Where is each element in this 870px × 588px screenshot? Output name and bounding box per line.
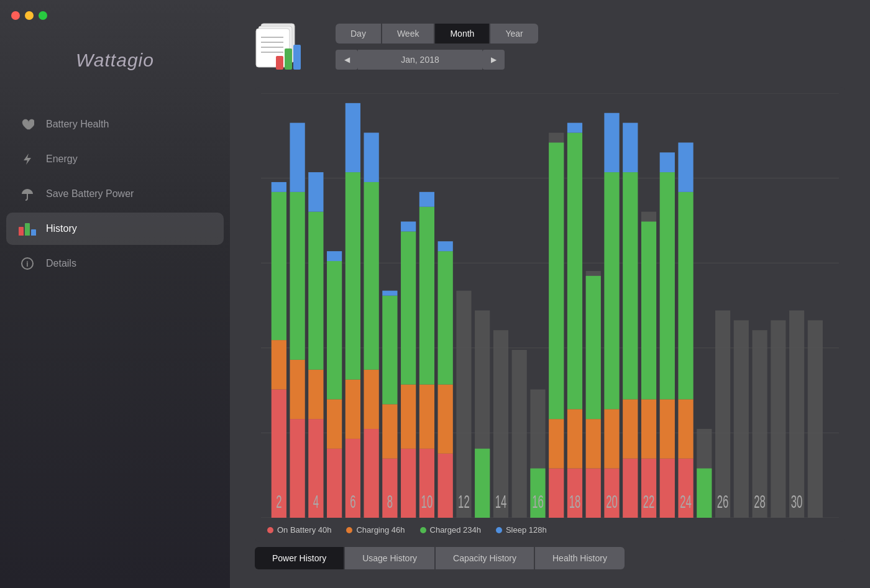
svg-rect-85 (567, 123, 582, 133)
svg-rect-94 (604, 113, 619, 172)
svg-rect-49 (364, 133, 379, 182)
svg-text:4: 4 (313, 492, 319, 512)
maximize-button[interactable] (39, 11, 47, 20)
legend-dot-charged (420, 527, 426, 533)
minimize-button[interactable] (25, 11, 34, 20)
svg-rect-36 (327, 449, 342, 518)
svg-text:22: 22 (643, 492, 655, 512)
tab-usage-history[interactable]: Usage History (345, 547, 434, 569)
svg-rect-79 (549, 419, 564, 468)
sidebar-item-details[interactable]: i Details (6, 247, 224, 280)
svg-rect-116 (715, 310, 730, 518)
svg-rect-43 (346, 172, 360, 380)
nav-list: Battery Health Energy Save Battery Power (0, 108, 230, 280)
svg-rect-63 (419, 207, 434, 385)
svg-rect-72 (475, 449, 490, 518)
sidebar-item-label-battery-health: Battery Health (46, 119, 109, 130)
period-year-button[interactable]: Year (490, 24, 538, 44)
svg-rect-96 (623, 459, 638, 518)
sidebar-item-label-history: History (46, 223, 77, 234)
tab-health-history[interactable]: Health History (535, 547, 625, 569)
svg-rect-62 (419, 385, 434, 449)
period-buttons: Day Week Month Year (336, 24, 538, 44)
svg-rect-23 (272, 192, 286, 340)
svg-rect-29 (290, 123, 305, 192)
svg-rect-47 (364, 370, 379, 429)
svg-rect-26 (290, 419, 305, 518)
svg-rect-89 (586, 276, 601, 419)
sidebar-item-label-save-battery: Save Battery Power (46, 188, 134, 200)
legend-item-sleep: Sleep 128h (496, 525, 547, 535)
svg-rect-70 (456, 291, 471, 518)
svg-rect-93 (604, 172, 619, 409)
svg-text:2: 2 (276, 492, 282, 512)
svg-rect-121 (808, 320, 823, 518)
app-title: Wattagio (0, 50, 230, 71)
svg-rect-120 (789, 310, 804, 518)
svg-text:20: 20 (606, 492, 618, 512)
info-icon: i (19, 255, 36, 272)
svg-rect-48 (364, 182, 379, 370)
sidebar-item-energy[interactable]: Energy (6, 143, 224, 175)
svg-rect-57 (401, 385, 416, 449)
svg-rect-66 (438, 454, 453, 518)
svg-rect-27 (290, 360, 305, 419)
svg-rect-68 (438, 251, 453, 384)
chart-container: 2 4 6 8 10 12 14 16 18 20 22 24 26 28 30 (255, 87, 845, 542)
svg-rect-103 (641, 221, 656, 399)
svg-rect-98 (623, 172, 638, 399)
period-day-button[interactable]: Day (336, 24, 381, 44)
svg-rect-74 (512, 350, 527, 518)
svg-rect-13 (293, 45, 301, 70)
bar-chart: 2 4 6 8 10 12 14 16 18 20 22 24 26 28 30 (261, 93, 839, 518)
svg-rect-84 (567, 133, 582, 410)
svg-rect-83 (567, 409, 582, 468)
time-controls: Day Week Month Year ◀ Jan, 2018 ▶ (336, 24, 538, 70)
svg-text:10: 10 (421, 492, 433, 512)
period-week-button[interactable]: Week (382, 24, 434, 44)
date-label: Jan, 2018 (358, 50, 482, 70)
umbrella-icon (19, 185, 36, 203)
bottom-tabs: Power History Usage History Capacity His… (255, 547, 845, 569)
bolt-icon (19, 150, 36, 168)
legend-item-on-battery: On Battery 40h (267, 525, 331, 535)
main-content: Day Week Month Year ◀ Jan, 2018 ▶ (230, 0, 870, 588)
svg-rect-119 (771, 320, 785, 518)
svg-rect-88 (586, 419, 601, 468)
svg-rect-56 (401, 449, 416, 518)
sidebar-item-save-battery[interactable]: Save Battery Power (6, 178, 224, 210)
svg-rect-12 (285, 48, 292, 70)
svg-rect-53 (382, 296, 397, 405)
svg-rect-24 (272, 182, 286, 192)
tab-capacity-history[interactable]: Capacity History (436, 547, 534, 569)
sidebar-item-history[interactable]: History (6, 213, 224, 245)
svg-rect-105 (660, 459, 675, 518)
svg-rect-46 (364, 429, 379, 518)
sidebar-item-battery-health[interactable]: Battery Health (6, 108, 224, 140)
svg-rect-58 (401, 231, 416, 384)
legend-item-charging: Charging 46h (346, 525, 405, 535)
date-prev-button[interactable]: ◀ (336, 50, 358, 70)
legend-label-charging: Charging 46h (356, 525, 405, 535)
svg-rect-73 (493, 330, 508, 518)
close-button[interactable] (11, 11, 20, 20)
date-navigation: ◀ Jan, 2018 ▶ (336, 50, 538, 70)
legend-dot-charging (346, 527, 352, 533)
header-area: Day Week Month Year ◀ Jan, 2018 ▶ (255, 19, 845, 75)
svg-text:6: 6 (350, 492, 355, 512)
svg-rect-115 (697, 469, 712, 518)
svg-text:14: 14 (495, 492, 507, 512)
legend-label-on-battery: On Battery 40h (277, 525, 331, 535)
svg-rect-87 (586, 469, 601, 518)
svg-rect-11 (276, 56, 283, 70)
legend-dot-sleep (496, 527, 502, 533)
svg-text:8: 8 (387, 492, 393, 512)
date-next-button[interactable]: ▶ (482, 50, 505, 70)
tab-power-history[interactable]: Power History (255, 547, 344, 569)
svg-rect-33 (308, 212, 323, 370)
svg-text:i: i (26, 260, 28, 269)
svg-rect-69 (438, 241, 453, 251)
svg-text:18: 18 (569, 492, 581, 512)
svg-rect-44 (346, 103, 360, 172)
period-month-button[interactable]: Month (435, 24, 489, 44)
